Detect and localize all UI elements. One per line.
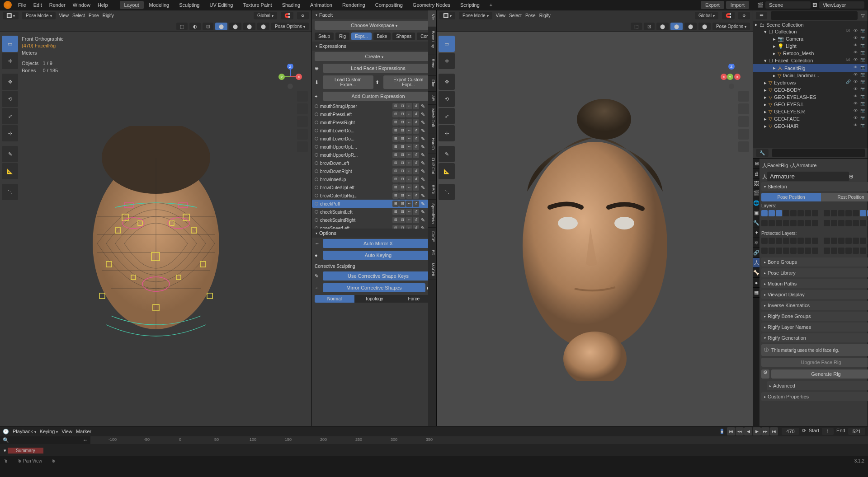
proportional-icon[interactable]: ⭘ xyxy=(297,12,309,19)
armature-name-field[interactable] xyxy=(767,172,849,181)
ptab-output[interactable]: 🖨 xyxy=(753,168,760,178)
breadcrumb-obj[interactable]: FaceitRig xyxy=(767,163,788,168)
expression-list[interactable]: mouthShrugUpper⊞⊟↔↺✎—mouthPressLeft⊞⊟↔↺✎… xyxy=(312,102,436,229)
faceit-header[interactable]: Faceit xyxy=(312,10,436,19)
outliner-GEO-BODY[interactable]: ▸▽GEO-BODY👁📷 xyxy=(753,86,868,94)
auto-keying-toggle[interactable]: Auto Keying xyxy=(323,251,434,260)
options-header[interactable]: Options xyxy=(312,229,436,238)
scene-selector[interactable]: Scene xyxy=(765,1,811,9)
ntab-3[interactable]: Flue xyxy=(428,76,436,92)
workspace-layout[interactable]: Layout xyxy=(120,1,144,9)
outliner-GEO-EYES.L[interactable]: ▸▽GEO-EYES.L👁📷 xyxy=(753,101,868,108)
section-motion-paths[interactable]: Motion Paths xyxy=(761,279,868,288)
custom-props-section[interactable]: Custom Properties xyxy=(761,392,868,401)
tool2-move[interactable]: ✥ xyxy=(439,74,455,90)
rendered-shading-icon[interactable]: ⬤ xyxy=(257,23,269,30)
dopesheet-search[interactable]: 🔍↔ xyxy=(0,436,90,444)
perspective-icon[interactable] xyxy=(297,129,308,140)
generate-rig-button[interactable]: Generate Rig xyxy=(771,369,868,379)
workspace-add[interactable]: + xyxy=(485,1,497,9)
menu-render[interactable]: Render xyxy=(46,2,69,8)
solid-shading-icon[interactable]: ⬤ xyxy=(229,23,241,30)
matprev-icon-2[interactable]: ⬤ xyxy=(684,23,697,30)
workspace-shading[interactable]: Shading xyxy=(278,1,305,9)
hdr-rigify[interactable]: Rigify xyxy=(103,13,114,18)
workspace-modeling[interactable]: Modeling xyxy=(145,1,174,9)
ptab-particle[interactable]: ✦ xyxy=(753,228,760,238)
seg-topology[interactable]: Topology xyxy=(354,295,394,303)
solid-icon-2[interactable]: ⬤ xyxy=(670,23,683,30)
add-custom-button[interactable]: Add Custom Expression xyxy=(323,92,434,101)
viewport-right[interactable]: ▭ ✛ ✥ ⟲ ⤢ ⊹ ✎ 📐 ⋱ Z X Y X xyxy=(437,32,753,426)
outliner-search[interactable] xyxy=(771,11,858,20)
expression-item[interactable]: browDownLeft⊞⊟↔↺✎— xyxy=(312,159,436,167)
nav-gizmo-2[interactable]: Z X Y X xyxy=(718,64,745,90)
ptab-armature[interactable]: 人 xyxy=(753,258,760,268)
expression-item[interactable]: mouthLowerDo...⊞⊟↔↺✎— xyxy=(312,135,436,143)
choose-workspace-button[interactable]: Choose Workspace xyxy=(315,21,434,30)
tool-cursor[interactable]: ✛ xyxy=(2,53,18,69)
load-faceit-button[interactable]: Load Faceit Expressions xyxy=(323,64,434,73)
expression-item[interactable]: mouthLowerDo...⊞⊟↔↺✎— xyxy=(312,126,436,135)
ptab-constraint[interactable]: 🔗 xyxy=(753,248,760,258)
timeline-type-icon[interactable]: 🕐 xyxy=(3,429,9,435)
ntab-12[interactable]: MACHI xyxy=(428,259,436,280)
mode-dropdown-2[interactable]: Pose Mode xyxy=(459,12,492,19)
menu-help[interactable]: Help xyxy=(94,2,112,8)
hdr2-pose[interactable]: Pose xyxy=(525,13,536,18)
expression-item[interactable]: noseSneerLeft⊞⊟↔↺✎— xyxy=(312,224,436,229)
xray-icon-2[interactable]: ⊡ xyxy=(644,23,655,30)
export-custom-button[interactable]: Export Custom Expr... xyxy=(383,75,434,89)
tool2-scale[interactable]: ⤢ xyxy=(439,108,455,124)
protected-grid-2[interactable] xyxy=(824,238,868,244)
orientation-dropdown[interactable]: Global xyxy=(254,12,277,19)
outliner-eyebrows[interactable]: ▸▽Eyebrows🔗👁📷 xyxy=(753,79,868,86)
outliner-GEO-EYELASHES[interactable]: ▸▽GEO-EYELASHES👁📷 xyxy=(753,94,868,101)
ptab-viewlayer[interactable]: 🖼 xyxy=(753,178,760,188)
ptab-texture[interactable]: ▦ xyxy=(753,288,760,298)
layer-grid-4[interactable] xyxy=(824,220,868,226)
expression-item[interactable]: mouthUpperUpR...⊞⊟↔↺✎— xyxy=(312,151,436,159)
menu-file[interactable]: File xyxy=(14,2,30,8)
protected-grid-3[interactable] xyxy=(761,248,818,254)
ptab-material[interactable]: ● xyxy=(753,278,760,288)
tool-transform[interactable]: ⊹ xyxy=(2,125,18,141)
tool-rotate[interactable]: ⟲ xyxy=(2,91,18,107)
outliner-GEO-EYES.R[interactable]: ▸▽GEO-EYES.R👁📷 xyxy=(753,108,868,115)
ntab-11[interactable]: ED xyxy=(428,246,436,260)
hdr-pose[interactable]: Pose xyxy=(89,13,99,18)
outliner-retopo[interactable]: ▸▽Retopo_Mesh👁📷 xyxy=(753,50,868,57)
tool2-transform[interactable]: ⊹ xyxy=(439,125,455,141)
workspace-sculpting[interactable]: Sculpting xyxy=(175,1,204,9)
outliner-faceit-collection[interactable]: ▾☐Faceit_Collection☑👁📷 xyxy=(753,57,868,64)
ntab-8[interactable]: RBDL xyxy=(428,181,436,200)
pan-icon[interactable] xyxy=(297,103,308,114)
protected-grid-1[interactable] xyxy=(761,238,818,244)
workspace-texpaint[interactable]: Texture Paint xyxy=(238,1,276,9)
workspace-geonodes[interactable]: Geometry Nodes xyxy=(408,1,455,9)
outliner-filter-icon[interactable]: ▽ xyxy=(861,13,865,18)
zoom-icon-2[interactable] xyxy=(738,91,749,102)
ptab-object[interactable]: ▣ xyxy=(753,208,760,218)
outliner-landmarks[interactable]: ▸▽facial_landmar...👁📷 xyxy=(753,72,868,79)
section-rigify-bone-groups[interactable]: Rigify Bone Groups xyxy=(761,312,868,321)
pose-options-dropdown[interactable]: Pose Options xyxy=(271,23,309,30)
ntab-6[interactable]: HardO xyxy=(428,134,436,154)
export-button[interactable]: Export xyxy=(701,1,724,9)
ntab-4[interactable]: AR xyxy=(428,92,436,105)
grid-icon[interactable] xyxy=(297,141,308,152)
rest-position-btn[interactable]: Rest Position xyxy=(821,193,868,201)
tab-setup[interactable]: Setup xyxy=(315,33,334,40)
camera-icon-2[interactable] xyxy=(738,116,749,127)
expression-item[interactable]: cheekSquintLeft⊞⊟↔↺✎— xyxy=(312,208,436,216)
ptab-scene[interactable]: 🎬 xyxy=(753,188,760,198)
tool-measure[interactable]: 📐 xyxy=(2,163,18,179)
outliner[interactable]: ▸🗀Scene Collection ▾☐Collection☑👁📷 ▸📷Cam… xyxy=(753,21,868,148)
ntab-1[interactable]: Bone Lay... xyxy=(428,27,436,55)
props-search[interactable] xyxy=(772,149,865,157)
ptab-render[interactable]: 🖥 xyxy=(753,159,760,168)
pan-icon-2[interactable] xyxy=(738,103,749,114)
section-inverse-kinematics[interactable]: Inverse Kinematics xyxy=(761,301,868,310)
expression-item[interactable]: mouthPressRight⊞⊟↔↺✎— xyxy=(312,118,436,126)
auto-mirror-toggle[interactable]: Auto Mirror X xyxy=(323,239,434,248)
